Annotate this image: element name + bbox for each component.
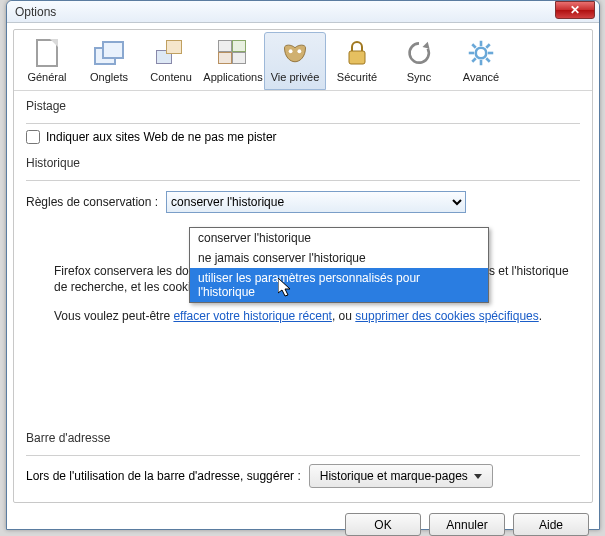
history-links: Vous voulez peut-être effacer votre hist… [54,309,580,323]
close-icon: ✕ [570,3,580,17]
titlebar: Options ✕ [7,1,599,23]
close-button[interactable]: ✕ [555,1,595,19]
svg-line-10 [486,44,490,48]
addressbar-suggest-select[interactable]: Historique et marque-pages [309,464,493,488]
ok-button[interactable]: OK [345,513,421,536]
svg-line-11 [472,58,476,62]
mask-icon [265,37,325,69]
lock-icon [327,37,387,69]
dropdown-option[interactable]: conserver l'historique [190,228,488,248]
svg-point-0 [289,49,293,53]
sync-icon [389,37,449,69]
svg-point-3 [476,48,487,59]
cancel-button[interactable]: Annuler [429,513,505,536]
tab-avance[interactable]: Avancé [450,32,512,90]
do-not-track-label: Indiquer aux sites Web de ne pas me pist… [46,130,277,144]
svg-line-8 [472,44,476,48]
apps-icon [218,40,248,66]
section-pistage: Pistage [14,91,592,121]
options-window: Options ✕ Général Onglets Contenu [6,0,600,530]
tab-vie-privee[interactable]: Vie privée [264,32,326,90]
help-button[interactable]: Aide [513,513,589,536]
svg-rect-2 [349,51,365,64]
tab-contenu[interactable]: Contenu [140,32,202,90]
delete-cookies-link[interactable]: supprimer des cookies spécifiques [355,309,538,323]
history-rules-dropdown[interactable]: conserver l'historique ne jamais conserv… [189,227,489,303]
options-panel: Général Onglets Contenu Applications [13,29,593,503]
dropdown-option-highlighted[interactable]: utiliser les paramètres personnalisés po… [190,268,488,302]
tab-sync[interactable]: Sync [388,32,450,90]
rules-label: Règles de conservation : [26,195,158,209]
addressbar-heading: Barre d'adresse [26,431,580,445]
dropdown-option[interactable]: ne jamais conserver l'historique [190,248,488,268]
addressbar-label: Lors de l'utilisation de la barre d'adre… [26,469,301,483]
category-toolbar: Général Onglets Contenu Applications [14,30,592,91]
tab-applications[interactable]: Applications [202,32,264,90]
historique-heading: Historique [26,156,580,170]
pistage-heading: Pistage [26,99,580,113]
do-not-track-checkbox[interactable] [26,130,40,144]
tabs-icon [94,41,124,65]
tab-securite[interactable]: Sécurité [326,32,388,90]
section-barre-adresse: Barre d'adresse [14,423,592,453]
clear-history-link[interactable]: effacer votre historique récent [173,309,332,323]
tab-onglets[interactable]: Onglets [78,32,140,90]
content-icon [156,40,186,66]
window-title: Options [15,5,56,19]
dialog-buttons: OK Annuler Aide [13,503,593,536]
history-rules-select[interactable]: conserver l'historique [166,191,466,213]
tab-general[interactable]: Général [16,32,78,90]
svg-point-1 [297,49,301,53]
page-icon [36,39,58,67]
svg-line-9 [486,58,490,62]
section-historique: Historique [14,148,592,178]
gear-icon [451,37,511,69]
chevron-down-icon [474,474,482,479]
